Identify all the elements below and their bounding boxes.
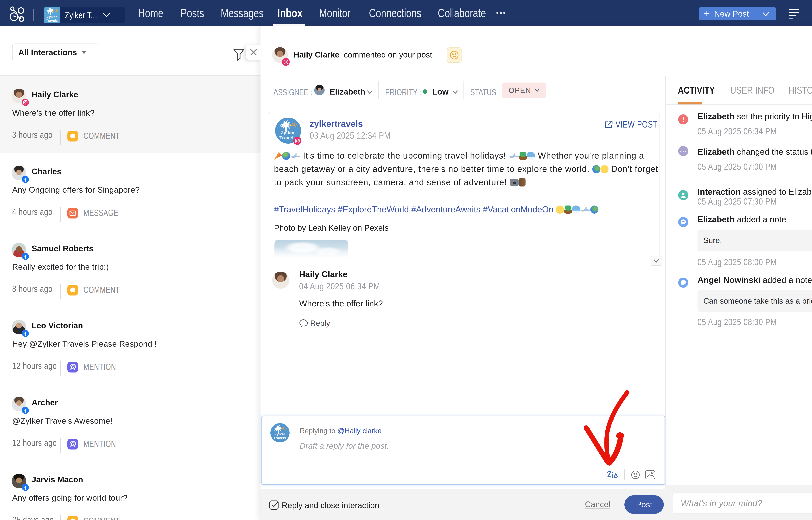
svg-text:Travels: Travels bbox=[273, 436, 286, 440]
svg-text:Travels: Travels bbox=[46, 19, 58, 22]
svg-text:Zylker: Zylker bbox=[47, 15, 57, 19]
svg-text:Zylker: Zylker bbox=[281, 130, 295, 135]
svg-text:Zylker: Zylker bbox=[274, 432, 285, 436]
